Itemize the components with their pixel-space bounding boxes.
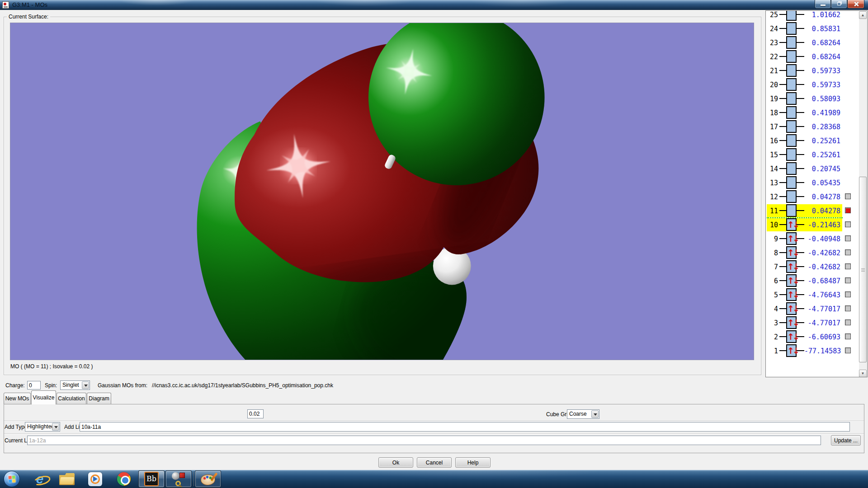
mo-row[interactable]: 2↑↓-6.60693 (766, 330, 859, 343)
mo-row[interactable]: 150.25261 (766, 148, 859, 161)
taskbar-item-windows-explorer[interactable] (55, 471, 79, 487)
mo-level-box[interactable] (786, 134, 797, 147)
scroll-down-button[interactable]: ▼ (859, 370, 867, 377)
tab-visualize[interactable]: Visualize (31, 390, 56, 404)
tab-diagram[interactable]: Diagram (87, 393, 111, 404)
mo-level-box[interactable]: ↑↓ (786, 232, 797, 245)
mo-level-box[interactable] (786, 36, 797, 49)
taskbar-item-gaussview[interactable] (165, 470, 192, 488)
minimize-button[interactable] (815, 0, 831, 9)
mo-row[interactable]: 220.68264 (766, 50, 859, 63)
mo-level-box[interactable] (786, 106, 797, 119)
mo-row[interactable]: 3↑↓-4.77017 (766, 316, 859, 329)
mo-level-box[interactable] (786, 204, 797, 217)
close-button[interactable] (847, 0, 864, 9)
taskbar-item-media-player[interactable] (83, 471, 107, 487)
add-type-select[interactable]: Highlighted (25, 422, 60, 432)
taskbar-item-paint[interactable] (195, 470, 221, 488)
mo-number: 2 (766, 333, 778, 341)
mo-list-scrollbar[interactable]: ▲ ▼ (859, 11, 867, 377)
mo-row[interactable]: 140.20745 (766, 162, 859, 175)
mo-row[interactable]: 8↑↓-0.42682 (766, 246, 859, 259)
mo-row[interactable]: 230.68264 (766, 36, 859, 49)
taskbar-item-blackboard[interactable]: Bb (138, 470, 165, 488)
mo-row[interactable]: 180.41989 (766, 106, 859, 119)
mo-checkbox[interactable] (845, 207, 851, 213)
mo-checkbox[interactable] (845, 291, 851, 297)
mo-level-box[interactable]: ↑↓ (786, 260, 797, 273)
mo-level-line (797, 294, 804, 295)
mo-level-box[interactable]: ↑↓ (786, 302, 797, 315)
scroll-up-button[interactable]: ▲ (859, 11, 867, 19)
update-button[interactable]: Update ... (831, 435, 861, 446)
mo-row[interactable]: 10↑↓-0.21463 (766, 218, 859, 231)
mo-checkbox[interactable] (845, 221, 851, 227)
mo-row[interactable]: 190.58093 (766, 92, 859, 105)
mo-checkbox[interactable] (845, 319, 851, 325)
mo-level-box[interactable]: ↑↓ (786, 218, 797, 231)
tab-new-mos[interactable]: New MOs (4, 393, 31, 404)
taskbar-item-internet-explorer[interactable]: e (28, 471, 52, 487)
mo-row[interactable]: 110.04278 (766, 204, 859, 217)
mo-row[interactable]: 6↑↓-0.68487 (766, 274, 859, 287)
mo-row[interactable]: 200.59733 (766, 78, 859, 91)
mo-level-box[interactable]: ↑↓ (786, 246, 797, 259)
mo-level-box[interactable]: ↑↓ (786, 316, 797, 329)
scrollbar-thumb[interactable] (859, 177, 867, 362)
mo-level-box[interactable] (786, 78, 797, 91)
mo-checkbox[interactable] (845, 305, 851, 311)
mo-level-box[interactable] (786, 22, 797, 35)
mo-row[interactable]: 240.85831 (766, 22, 859, 35)
mo-level-box[interactable] (786, 190, 797, 203)
mo-energy: 0.59733 (804, 81, 840, 89)
mo-row[interactable]: 4↑↓-4.77017 (766, 302, 859, 315)
mo-row[interactable]: 7↑↓-0.42682 (766, 260, 859, 273)
mo-level-box[interactable] (786, 148, 797, 161)
mo-row[interactable]: 210.59733 (766, 64, 859, 77)
chevron-down-icon[interactable] (52, 423, 59, 431)
help-button[interactable]: Help (455, 457, 491, 468)
mo-row[interactable]: 130.05435 (766, 176, 859, 189)
add-list-input[interactable] (80, 422, 850, 432)
mo-row[interactable]: 5↑↓-4.76643 (766, 288, 859, 301)
title-bar[interactable]: G3:M1 - MOs (0, 0, 868, 10)
mo-checkbox[interactable] (845, 277, 851, 283)
spin-select[interactable]: Singlet (60, 380, 90, 390)
current-list-input[interactable] (27, 436, 821, 445)
mo-level-box[interactable]: ↑↓ (786, 344, 797, 357)
start-button[interactable] (4, 471, 20, 487)
mo-checkbox[interactable] (845, 193, 851, 199)
mo-level-box[interactable] (786, 64, 797, 77)
mo-row[interactable]: 9↑↓-0.40948 (766, 232, 859, 245)
mo-level-box[interactable] (786, 92, 797, 105)
cancel-button[interactable]: Cancel (417, 457, 452, 468)
mo-level-box[interactable] (786, 176, 797, 189)
mo-checkbox[interactable] (845, 263, 851, 269)
restore-button[interactable] (831, 0, 847, 9)
mo-checkbox[interactable] (845, 235, 851, 241)
mo-level-box[interactable] (786, 120, 797, 133)
charge-input[interactable] (27, 381, 41, 389)
mo-level-box[interactable] (786, 50, 797, 63)
mo-row[interactable]: 160.25261 (766, 134, 859, 147)
ok-button[interactable]: Ok (378, 457, 413, 468)
mo-row[interactable]: 1↑↓-77.14583 (766, 344, 859, 357)
mo-level-box[interactable] (786, 10, 797, 21)
mo-checkbox[interactable] (845, 249, 851, 255)
taskbar-item-chrome[interactable] (112, 471, 136, 487)
mo-row[interactable]: 170.28368 (766, 120, 859, 133)
cube-grid-select[interactable]: Coarse (567, 409, 599, 419)
mo-checkbox[interactable] (845, 347, 851, 353)
mo-level-box[interactable]: ↑↓ (786, 288, 797, 301)
tab-calculation[interactable]: Calculation (57, 393, 86, 404)
mo-level-box[interactable] (786, 162, 797, 175)
mo-checkbox[interactable] (845, 333, 851, 339)
chevron-down-icon[interactable] (82, 381, 89, 389)
mo-row[interactable]: 120.04278 (766, 190, 859, 203)
isovalue-input[interactable] (247, 409, 264, 418)
mo-3d-viewport[interactable] (10, 23, 754, 360)
chevron-down-icon[interactable] (591, 410, 599, 418)
mo-row[interactable]: 251.01662 (766, 10, 859, 21)
mo-level-box[interactable]: ↑↓ (786, 330, 797, 343)
mo-level-box[interactable]: ↑↓ (786, 274, 797, 287)
